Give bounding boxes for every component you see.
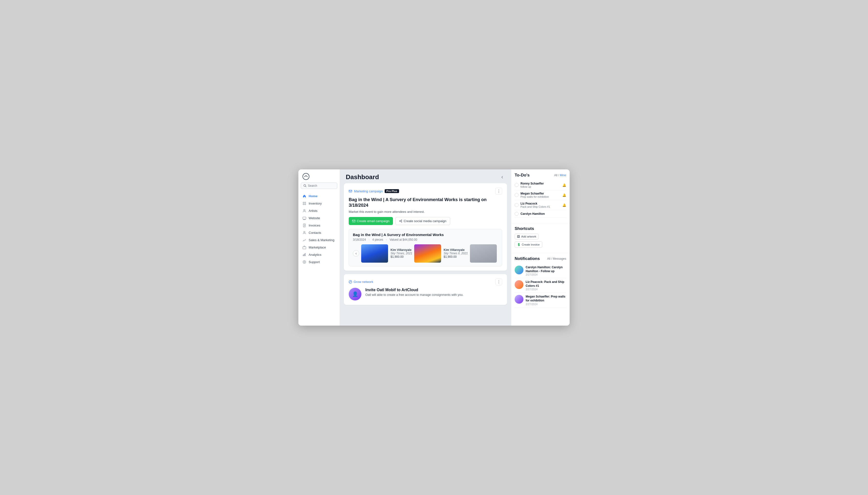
artwork-thumb-sunset-fill	[414, 244, 441, 263]
svg-rect-13	[349, 190, 352, 192]
sidebar-item-website[interactable]: Website	[298, 214, 340, 222]
todos-links: All / Mine	[554, 173, 566, 177]
notif-name-3: Megan Schaeffer: Prep walls for exhibiti…	[526, 295, 566, 303]
notif-date-1: 2/27/2024	[526, 273, 566, 276]
card-actions: Create email campaign Create social medi…	[349, 217, 502, 225]
notifications-section: Notifications All / Messages Carolyn Ham…	[511, 256, 570, 308]
exhibit-title: Bag in the Wind | A Survery of Environme…	[353, 233, 498, 237]
todo-name-1: Ronny Schaeffer	[521, 182, 560, 185]
sidebar-item-inventory[interactable]: Inventory	[298, 200, 340, 207]
person-avatar-inner: 👤	[349, 288, 361, 301]
exhibit-date: 3/18/2024	[353, 238, 366, 241]
add-artwork-icon: 🖼	[517, 235, 520, 238]
artwork-item-1: Kim Villaroyale Sky Times, 2021 $1,900.0…	[361, 244, 412, 263]
svg-rect-10	[303, 247, 306, 249]
artwork-artist-2: Kim Villaroyale	[444, 248, 468, 252]
sidebar: Search Home	[298, 169, 340, 326]
sidebar-item-contacts[interactable]: Contacts	[298, 229, 340, 236]
analytics-icon	[302, 253, 306, 257]
sidebar-item-home[interactable]: Home	[298, 192, 340, 200]
artwork-thumb-1	[361, 244, 388, 263]
create-invoice-label: Create invoice	[522, 243, 540, 246]
exhibit-inner-card: Bag in the Wind | A Survery of Environme…	[349, 229, 502, 266]
artwork-title-1: Sky Times, 2021	[391, 252, 412, 255]
todos-mine-link[interactable]: Mine	[560, 173, 566, 177]
sidebar-item-website-label: Website	[309, 216, 320, 220]
card-menu-button[interactable]: ⋮	[495, 188, 502, 194]
grow-card-menu-button[interactable]: ⋮	[495, 278, 502, 285]
divider-1	[511, 223, 570, 223]
artwork-title-2: Sky Times II, 2021	[444, 252, 468, 255]
svg-point-9	[304, 232, 305, 233]
marketing-campaign-card: Marketing campaign Pro Plus ⋮ Bag in the…	[344, 183, 507, 271]
artwork-thumb-gray-fill	[470, 244, 497, 263]
person-avatar: 👤	[349, 288, 361, 301]
todo-desc-1: follow up	[521, 185, 560, 188]
add-artwork-label: Add artwork	[521, 235, 536, 238]
notif-date-2: 2/27/2024	[526, 288, 566, 291]
artwork-price-1: $1,900.00	[391, 255, 412, 258]
todo-desc-3: Pack and Ship Colors #1	[521, 205, 560, 208]
sidebar-item-sales-label: Sales & Marketing	[309, 238, 334, 242]
main-content: Dashboard Marketing campaign Pro	[340, 169, 511, 326]
artwork-info-2: Kim Villaroyale Sky Times II, 2021 $1,90…	[444, 248, 468, 258]
artists-icon	[302, 209, 306, 212]
grow-card-header: Grow network ⋮	[349, 278, 502, 285]
email-btn-icon	[352, 219, 355, 223]
grow-network-label: Grow network	[354, 280, 373, 284]
app-window: Search Home	[298, 169, 570, 326]
sidebar-item-analytics-label: Analytics	[309, 253, 321, 257]
svg-rect-2	[303, 202, 304, 203]
svg-rect-7	[303, 217, 306, 219]
grow-label: Grow network	[349, 280, 373, 284]
todo-checkbox-3[interactable]	[515, 203, 519, 207]
search-label: Search	[308, 184, 317, 187]
exhibit-dot-2: ·	[386, 238, 387, 241]
todo-text-4: Carolyn Hamilton	[521, 212, 566, 216]
sidebar-item-sales-marketing[interactable]: Sales & Marketing	[298, 236, 340, 244]
invoices-icon	[302, 223, 306, 227]
collapse-sidebar-button[interactable]	[499, 174, 505, 180]
svg-rect-4	[303, 204, 304, 205]
svg-rect-5	[305, 204, 306, 205]
artwork-item-3	[470, 244, 497, 263]
card-header: Marketing campaign Pro Plus ⋮	[349, 188, 502, 194]
search-bar[interactable]: Search	[301, 183, 337, 189]
notif-name-1: Carolyn Hamilton: Carolyn Hamilton - Fol…	[526, 266, 566, 273]
todo-text-2: Megan Schaeffer Prep walls for exhibitio…	[521, 192, 560, 198]
svg-point-0	[303, 173, 309, 180]
notif-text-1: Carolyn Hamilton: Carolyn Hamilton - Fol…	[526, 266, 566, 276]
exhibit-pieces: 4 pieces	[372, 238, 383, 241]
notif-name-2: Liz Peacock: Pack and Ship Colors #1	[526, 280, 566, 288]
create-invoice-icon: 💲	[517, 243, 521, 246]
create-email-campaign-button[interactable]: Create email campaign	[349, 217, 393, 225]
create-social-campaign-button[interactable]: Create social media campaign	[395, 217, 450, 225]
todo-item-1: Ronny Schaeffer follow up 🔔	[515, 180, 566, 190]
sidebar-item-marketplace[interactable]: Marketplace	[298, 244, 340, 251]
sidebar-item-contacts-label: Contacts	[309, 231, 321, 235]
sidebar-item-marketplace-label: Marketplace	[309, 245, 326, 249]
sidebar-item-artists[interactable]: Artists	[298, 207, 340, 214]
add-artwork-button[interactable]: 🖼 Add artwork	[515, 234, 539, 239]
create-invoice-button[interactable]: 💲 Create invoice	[515, 241, 542, 248]
sidebar-item-analytics[interactable]: Analytics	[298, 251, 340, 258]
svg-rect-14	[353, 220, 355, 222]
shortcuts-header: Shortcuts	[515, 226, 566, 231]
grow-icon	[349, 280, 352, 284]
artwork-info-1: Kim Villaroyale Sky Times, 2021 $1,900.0…	[391, 248, 412, 258]
notif-text-3: Megan Schaeffer: Prep walls for exhibiti…	[526, 295, 566, 305]
notifications-title: Notifications	[515, 256, 540, 261]
sidebar-item-invoices[interactable]: Invoices	[298, 222, 340, 229]
notif-item-1: Carolyn Hamilton: Carolyn Hamilton - Fol…	[515, 263, 566, 278]
todo-checkbox-1[interactable]	[515, 183, 519, 187]
artwork-prev-button[interactable]: ‹	[353, 250, 359, 257]
home-icon	[302, 194, 306, 198]
todo-checkbox-2[interactable]	[515, 193, 519, 197]
artwork-thumb-blue-fill	[361, 244, 388, 263]
sidebar-item-support[interactable]: Support	[298, 258, 340, 266]
marketplace-icon	[302, 245, 306, 249]
svg-point-6	[304, 209, 305, 211]
shortcuts-section: Shortcuts 🖼 Add artwork 💲 Create invoice	[511, 226, 570, 248]
main-header: Dashboard	[340, 169, 511, 183]
todo-checkbox-4[interactable]	[515, 212, 519, 216]
